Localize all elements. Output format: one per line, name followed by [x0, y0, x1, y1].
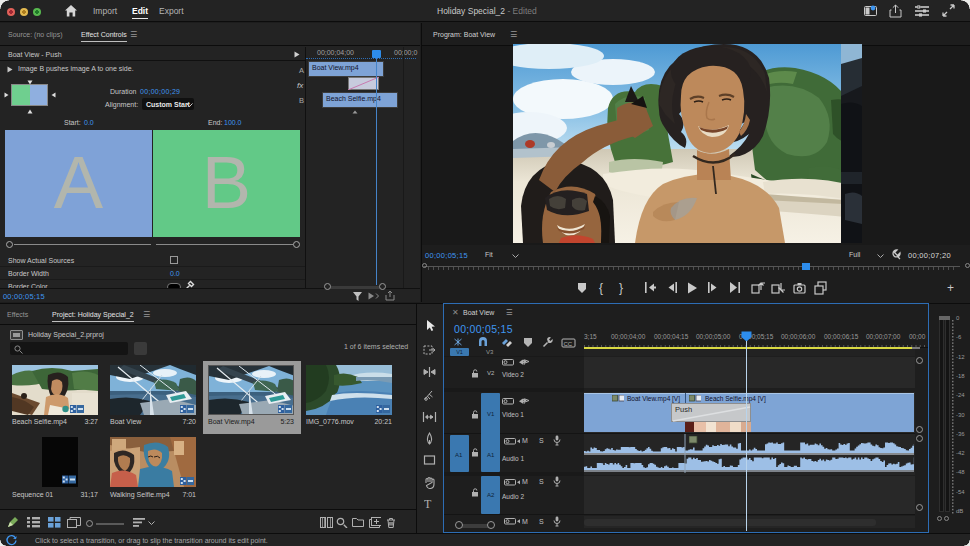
svg-text:{: {: [599, 281, 603, 295]
svg-text:T: T: [424, 498, 432, 510]
svg-text:CC: CC: [564, 341, 573, 347]
svg-text:}: }: [619, 281, 623, 295]
